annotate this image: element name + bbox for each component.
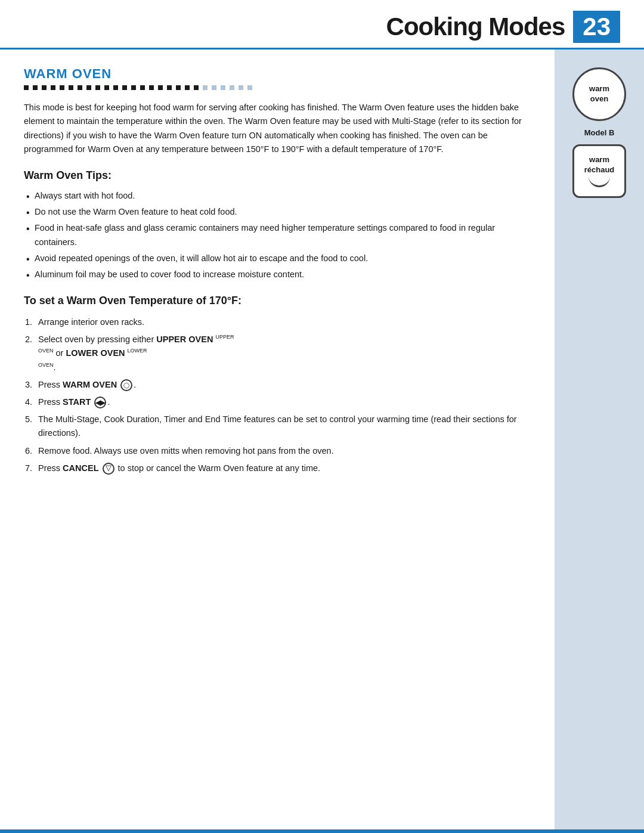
dot xyxy=(194,85,199,90)
list-item: 5. The Multi-Stage, Cook Duration, Timer… xyxy=(24,413,531,440)
temp-heading: To set a Warm Oven Temperature of 170°F: xyxy=(24,295,531,307)
list-item: 4. Press START ◀▶. xyxy=(24,395,531,409)
dot xyxy=(95,85,100,90)
dotted-divider xyxy=(24,85,531,90)
list-item: 7. Press CANCEL ▽ to stop or cancel the … xyxy=(24,462,531,475)
dot xyxy=(140,85,145,90)
dot-light xyxy=(247,85,252,90)
dot xyxy=(69,85,73,90)
tips-list: Always start with hot food. Do not use t… xyxy=(24,189,531,281)
list-item: Do not use the Warm Oven feature to heat… xyxy=(24,205,531,219)
dot xyxy=(104,85,109,90)
rechaud-arc-icon xyxy=(589,176,610,187)
dot xyxy=(113,85,118,90)
dot xyxy=(167,85,172,90)
cancel-label: CANCEL xyxy=(63,463,98,473)
title-group: Cooking Modes 23 xyxy=(386,11,620,43)
dot xyxy=(158,85,163,90)
list-item: Always start with hot food. xyxy=(24,189,531,203)
right-sidebar: warm oven Model B warm réchaud xyxy=(555,49,644,829)
dot xyxy=(33,85,38,90)
warm-oven-button-icon: ◯ xyxy=(120,379,132,391)
list-item: 6. Remove food. Always use oven mitts wh… xyxy=(24,444,531,458)
dot-light xyxy=(212,85,216,90)
body-text: This mode is best for keeping hot food w… xyxy=(24,101,531,156)
warm-oven-button-display: warm oven xyxy=(572,67,626,121)
start-label: START xyxy=(63,397,91,407)
main-content: WARM OVEN xyxy=(0,49,644,829)
rechaud-button-display: warm réchaud xyxy=(572,144,626,198)
dot xyxy=(131,85,136,90)
rechaud-line2: réchaud xyxy=(584,165,615,175)
dot xyxy=(24,85,29,90)
dot xyxy=(149,85,154,90)
page-title: Cooking Modes xyxy=(386,13,565,41)
dot xyxy=(42,85,47,90)
list-item: Food in heat-safe glass and glass cerami… xyxy=(24,221,531,249)
warm-oven-button-line1: warm xyxy=(589,84,609,94)
dot xyxy=(185,85,190,90)
dot-light xyxy=(203,85,208,90)
model-b-label: Model B xyxy=(584,128,615,137)
list-item: Aluminum foil may be used to cover food … xyxy=(24,268,531,281)
footer-bar xyxy=(0,829,644,833)
list-item: 2. Select oven by pressing either UPPER … xyxy=(24,333,531,374)
upper-oven-label: UPPER OVEN xyxy=(156,335,213,344)
dot xyxy=(60,85,64,90)
page-wrapper: Cooking Modes 23 WARM OVEN xyxy=(0,0,644,833)
warm-oven-button-line2: oven xyxy=(590,94,608,104)
cancel-button-icon: ▽ xyxy=(103,463,114,475)
dot-light xyxy=(239,85,243,90)
steps-list: 1. Arrange interior oven racks. 2. Selec… xyxy=(24,315,531,475)
dot xyxy=(51,85,55,90)
dot xyxy=(86,85,91,90)
rechaud-line1: warm xyxy=(589,155,609,165)
warm-oven-label: WARM OVEN xyxy=(63,380,117,389)
lower-oven-label: LOWER OVEN xyxy=(66,348,125,358)
page-number: 23 xyxy=(573,11,620,43)
dot xyxy=(176,85,181,90)
list-item: Avoid repeated openings of the oven, it … xyxy=(24,252,531,265)
list-item: 1. Arrange interior oven racks. xyxy=(24,315,531,329)
dot xyxy=(78,85,82,90)
dot xyxy=(122,85,127,90)
dot-light xyxy=(230,85,234,90)
page-header: Cooking Modes 23 xyxy=(0,0,644,49)
start-button-icon: ◀▶ xyxy=(94,397,106,408)
tips-heading: Warm Oven Tips: xyxy=(24,169,531,182)
section-heading: WARM OVEN xyxy=(24,66,531,82)
list-item: 3. Press WARM OVEN ◯. xyxy=(24,378,531,392)
dot-light xyxy=(221,85,225,90)
left-content: WARM OVEN xyxy=(0,49,555,829)
